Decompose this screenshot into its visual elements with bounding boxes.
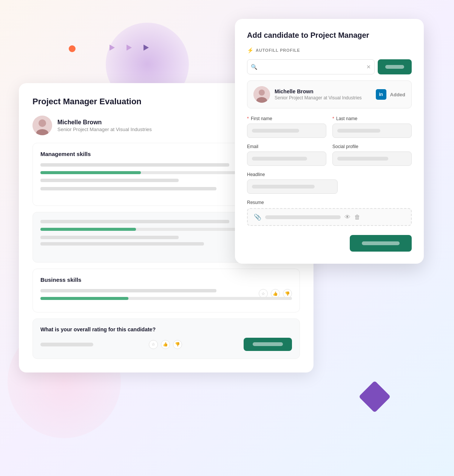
svg-point-4	[259, 90, 265, 96]
modal-title: Add candidate to Project Manager	[247, 31, 412, 40]
first-name-skeleton-line	[252, 129, 299, 133]
overall-section: What is your overall rating for this can…	[32, 318, 300, 359]
overall-rating-icons: ☆ 👍 👎	[149, 340, 182, 349]
avatar	[32, 116, 52, 135]
eye-icon[interactable]: 👁	[344, 214, 351, 221]
email-group: Email	[247, 144, 326, 166]
resume-section: Resume 📎 👁 🗑	[247, 200, 412, 226]
candidate-info: Michelle Brown Senior Project Manager at…	[57, 119, 152, 132]
business-skills-section: Business skills ☆ 👍 👎	[32, 269, 300, 312]
scene: Project Manager Evaluation Michelle Brow…	[0, 0, 454, 476]
resume-label: Resume	[247, 200, 412, 205]
last-name-skeleton-line	[337, 129, 380, 133]
overall-bottom: ☆ 👍 👎	[40, 338, 292, 351]
delete-icon[interactable]: 🗑	[354, 214, 360, 221]
social-skeleton	[332, 151, 412, 166]
candidate-name: Michelle Brown	[57, 119, 152, 126]
result-right: in Added	[376, 89, 405, 100]
first-name-skeleton	[247, 124, 326, 138]
candidate-result: Michelle Brown Senior Project Manager at…	[247, 80, 412, 108]
skill-bar-fill-3	[40, 297, 128, 300]
add-candidate-button[interactable]	[350, 235, 412, 252]
last-name-skeleton	[332, 124, 412, 138]
skill-label-4	[40, 220, 229, 223]
resume-actions: 👁 🗑	[344, 214, 360, 221]
skill-item-5	[40, 289, 292, 300]
linkedin-icon[interactable]: in	[376, 89, 386, 100]
first-name-label: * First name	[247, 116, 326, 121]
search-icon: 🔍	[251, 64, 257, 70]
social-skeleton-line	[337, 157, 388, 161]
overall-question: What is your overall rating for this can…	[40, 326, 292, 332]
play-icon-1	[110, 45, 115, 51]
skill-label-2	[40, 179, 179, 182]
result-avatar	[253, 86, 270, 103]
autofill-label: AUTOFILL PROFILE	[256, 48, 300, 53]
search-clear-icon[interactable]: ✕	[366, 64, 371, 70]
result-name: Michelle Brown	[275, 88, 362, 94]
skill-bar-bg-3	[40, 297, 292, 300]
last-name-label: * Last name	[332, 116, 412, 121]
social-label: Social profile	[332, 144, 412, 149]
thumbdown-icon-3[interactable]: 👎	[173, 340, 182, 349]
skill-label-7	[40, 289, 216, 292]
headline-label: Headline	[247, 172, 412, 177]
skill-bar-fill-1	[40, 171, 141, 174]
autofill-row[interactable]: ⚡ AUTOFILL PROFILE	[247, 47, 412, 53]
thumbup-icon-3[interactable]: 👍	[161, 340, 170, 349]
paperclip-icon: 📎	[254, 213, 261, 221]
svg-point-1	[39, 119, 46, 127]
social-group: Social profile	[332, 144, 412, 166]
search-input-wrap: 🔍 ✕	[247, 59, 375, 74]
play-icon-2	[127, 45, 132, 51]
headline-group: Headline	[247, 172, 412, 194]
skill-label-5	[40, 236, 179, 239]
overall-bar	[40, 343, 93, 346]
skill-label-6	[40, 242, 204, 246]
contact-row: Email Social profile	[247, 144, 412, 166]
email-skeleton-line	[252, 157, 307, 161]
skill-label-3	[40, 187, 216, 190]
resume-upload[interactable]: 📎 👁 🗑	[247, 208, 412, 226]
business-skills-title: Business skills	[40, 277, 292, 283]
result-role: Senior Project Manager at Visual Industr…	[275, 95, 362, 100]
candidate-role: Senior Project Manager at Visual Industr…	[57, 127, 152, 132]
email-label: Email	[247, 144, 326, 149]
search-row: 🔍 ✕	[247, 59, 412, 74]
email-skeleton	[247, 151, 326, 166]
autofill-icon: ⚡	[247, 47, 253, 53]
purple-diamond	[359, 381, 391, 413]
overall-submit-button[interactable]	[244, 338, 292, 351]
skill-bar-fill-2	[40, 228, 136, 231]
skill-label-1	[40, 163, 229, 167]
name-row: * First name * Last name	[247, 116, 412, 138]
result-info: Michelle Brown Senior Project Manager at…	[275, 88, 362, 100]
headline-skeleton-line	[252, 185, 315, 189]
added-label: Added	[390, 92, 405, 97]
headline-skeleton	[247, 179, 338, 194]
play-icon-3	[144, 45, 149, 51]
modal-footer	[247, 235, 412, 252]
star-icon-3[interactable]: ☆	[149, 340, 158, 349]
last-name-group: * Last name	[332, 116, 412, 138]
resume-filename	[265, 215, 341, 219]
search-button[interactable]	[378, 59, 412, 74]
search-input[interactable]	[247, 59, 375, 74]
orange-dot	[69, 45, 76, 52]
first-name-group: * First name	[247, 116, 326, 138]
add-candidate-modal: Add candidate to Project Manager ⚡ AUTOF…	[235, 19, 424, 264]
